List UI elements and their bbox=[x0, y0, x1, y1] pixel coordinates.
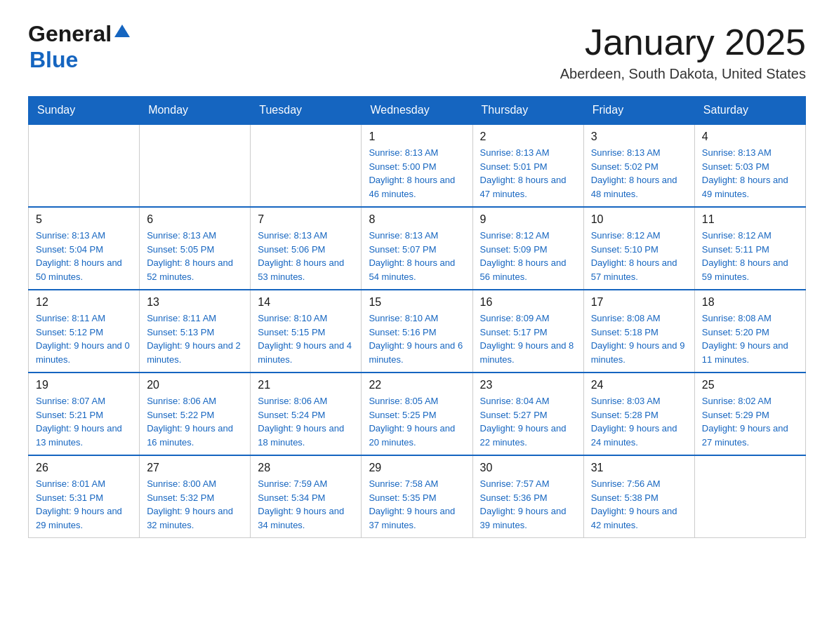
day-info: Sunrise: 8:00 AMSunset: 5:32 PMDaylight:… bbox=[147, 477, 243, 532]
day-info: Sunrise: 8:06 AMSunset: 5:24 PMDaylight:… bbox=[258, 394, 354, 449]
day-number: 20 bbox=[147, 379, 243, 391]
day-info: Sunrise: 8:13 AMSunset: 5:04 PMDaylight:… bbox=[36, 229, 132, 283]
day-of-week-header: Tuesday bbox=[251, 97, 362, 125]
calendar-cell bbox=[29, 124, 140, 207]
week-row: 1Sunrise: 8:13 AMSunset: 5:00 PMDaylight… bbox=[29, 124, 806, 207]
day-number: 2 bbox=[480, 130, 576, 143]
calendar-cell: 24Sunrise: 8:03 AMSunset: 5:28 PMDayligh… bbox=[583, 373, 694, 455]
day-info: Sunrise: 8:12 AMSunset: 5:11 PMDaylight:… bbox=[702, 229, 798, 283]
page-header: General Blue January 2025 Aberdeen, Sout… bbox=[28, 21, 806, 82]
day-info: Sunrise: 7:59 AMSunset: 5:34 PMDaylight:… bbox=[258, 477, 354, 532]
calendar-cell: 22Sunrise: 8:05 AMSunset: 5:25 PMDayligh… bbox=[362, 373, 472, 455]
day-info: Sunrise: 8:06 AMSunset: 5:22 PMDaylight:… bbox=[147, 394, 243, 449]
calendar-cell: 11Sunrise: 8:12 AMSunset: 5:11 PMDayligh… bbox=[694, 207, 805, 290]
day-info: Sunrise: 7:58 AMSunset: 5:35 PMDaylight:… bbox=[369, 477, 465, 532]
day-number: 18 bbox=[702, 296, 798, 309]
day-info: Sunrise: 8:08 AMSunset: 5:20 PMDaylight:… bbox=[702, 311, 798, 366]
day-number: 4 bbox=[702, 130, 798, 143]
calendar-cell bbox=[140, 124, 251, 207]
day-info: Sunrise: 8:05 AMSunset: 5:25 PMDaylight:… bbox=[369, 394, 465, 449]
calendar-cell: 27Sunrise: 8:00 AMSunset: 5:32 PMDayligh… bbox=[140, 455, 251, 538]
calendar-cell: 21Sunrise: 8:06 AMSunset: 5:24 PMDayligh… bbox=[251, 373, 362, 455]
day-number: 9 bbox=[480, 213, 576, 226]
day-number: 26 bbox=[36, 462, 132, 474]
day-number: 1 bbox=[369, 130, 465, 143]
day-number: 16 bbox=[480, 296, 576, 309]
calendar-cell: 5Sunrise: 8:13 AMSunset: 5:04 PMDaylight… bbox=[29, 207, 140, 290]
day-number: 31 bbox=[591, 462, 687, 474]
day-info: Sunrise: 8:13 AMSunset: 5:05 PMDaylight:… bbox=[147, 229, 243, 283]
day-info: Sunrise: 8:11 AMSunset: 5:13 PMDaylight:… bbox=[147, 311, 243, 366]
day-info: Sunrise: 8:11 AMSunset: 5:12 PMDaylight:… bbox=[36, 311, 132, 366]
day-number: 27 bbox=[147, 462, 243, 474]
day-of-week-header: Wednesday bbox=[362, 97, 472, 125]
calendar-cell: 9Sunrise: 8:12 AMSunset: 5:09 PMDaylight… bbox=[472, 207, 583, 290]
day-info: Sunrise: 8:12 AMSunset: 5:10 PMDaylight:… bbox=[591, 229, 687, 283]
day-info: Sunrise: 8:07 AMSunset: 5:21 PMDaylight:… bbox=[36, 394, 132, 449]
calendar-cell: 15Sunrise: 8:10 AMSunset: 5:16 PMDayligh… bbox=[362, 290, 472, 373]
calendar-cell: 18Sunrise: 8:08 AMSunset: 5:20 PMDayligh… bbox=[694, 290, 805, 373]
day-number: 13 bbox=[147, 296, 243, 309]
day-number: 10 bbox=[591, 213, 687, 226]
day-number: 22 bbox=[369, 379, 465, 391]
calendar-table: SundayMondayTuesdayWednesdayThursdayFrid… bbox=[28, 96, 806, 538]
day-number: 21 bbox=[258, 379, 354, 391]
calendar-cell: 25Sunrise: 8:02 AMSunset: 5:29 PMDayligh… bbox=[694, 373, 805, 455]
day-number: 28 bbox=[258, 462, 354, 474]
day-info: Sunrise: 8:10 AMSunset: 5:15 PMDaylight:… bbox=[258, 311, 354, 366]
day-number: 14 bbox=[258, 296, 354, 309]
day-number: 25 bbox=[702, 379, 798, 391]
day-number: 12 bbox=[36, 296, 132, 309]
logo-general-text: General bbox=[28, 21, 112, 47]
day-number: 29 bbox=[369, 462, 465, 474]
day-number: 5 bbox=[36, 213, 132, 226]
calendar-cell bbox=[251, 124, 362, 207]
calendar-cell: 26Sunrise: 8:01 AMSunset: 5:31 PMDayligh… bbox=[29, 455, 140, 538]
week-row: 5Sunrise: 8:13 AMSunset: 5:04 PMDaylight… bbox=[29, 207, 806, 290]
day-number: 8 bbox=[369, 213, 465, 226]
day-info: Sunrise: 8:03 AMSunset: 5:28 PMDaylight:… bbox=[591, 394, 687, 449]
day-info: Sunrise: 8:02 AMSunset: 5:29 PMDaylight:… bbox=[702, 394, 798, 449]
day-number: 17 bbox=[591, 296, 687, 309]
calendar-cell bbox=[694, 455, 805, 538]
day-of-week-header: Friday bbox=[583, 97, 694, 125]
calendar-cell: 29Sunrise: 7:58 AMSunset: 5:35 PMDayligh… bbox=[362, 455, 472, 538]
calendar-cell: 17Sunrise: 8:08 AMSunset: 5:18 PMDayligh… bbox=[583, 290, 694, 373]
day-info: Sunrise: 7:56 AMSunset: 5:38 PMDaylight:… bbox=[591, 477, 687, 532]
calendar-cell: 4Sunrise: 8:13 AMSunset: 5:03 PMDaylight… bbox=[694, 124, 805, 207]
day-info: Sunrise: 8:12 AMSunset: 5:09 PMDaylight:… bbox=[480, 229, 576, 283]
logo-blue-text: Blue bbox=[29, 47, 78, 72]
calendar-header-row: SundayMondayTuesdayWednesdayThursdayFrid… bbox=[29, 97, 806, 125]
calendar-cell: 14Sunrise: 8:10 AMSunset: 5:15 PMDayligh… bbox=[251, 290, 362, 373]
day-number: 11 bbox=[702, 213, 798, 226]
calendar-title: January 2025 bbox=[560, 21, 806, 63]
day-of-week-header: Monday bbox=[140, 97, 251, 125]
calendar-cell: 19Sunrise: 8:07 AMSunset: 5:21 PMDayligh… bbox=[29, 373, 140, 455]
day-info: Sunrise: 8:13 AMSunset: 5:07 PMDaylight:… bbox=[369, 229, 465, 283]
calendar-cell: 1Sunrise: 8:13 AMSunset: 5:00 PMDaylight… bbox=[362, 124, 472, 207]
day-number: 24 bbox=[591, 379, 687, 391]
calendar-cell: 12Sunrise: 8:11 AMSunset: 5:12 PMDayligh… bbox=[29, 290, 140, 373]
day-number: 7 bbox=[258, 213, 354, 226]
week-row: 19Sunrise: 8:07 AMSunset: 5:21 PMDayligh… bbox=[29, 373, 806, 455]
day-number: 23 bbox=[480, 379, 576, 391]
calendar-cell: 2Sunrise: 8:13 AMSunset: 5:01 PMDaylight… bbox=[472, 124, 583, 207]
day-of-week-header: Saturday bbox=[694, 97, 805, 125]
day-info: Sunrise: 8:13 AMSunset: 5:03 PMDaylight:… bbox=[702, 146, 798, 201]
calendar-cell: 16Sunrise: 8:09 AMSunset: 5:17 PMDayligh… bbox=[472, 290, 583, 373]
day-info: Sunrise: 8:10 AMSunset: 5:16 PMDaylight:… bbox=[369, 311, 465, 366]
day-number: 6 bbox=[147, 213, 243, 226]
calendar-cell: 10Sunrise: 8:12 AMSunset: 5:10 PMDayligh… bbox=[583, 207, 694, 290]
day-info: Sunrise: 8:13 AMSunset: 5:06 PMDaylight:… bbox=[258, 229, 354, 283]
day-info: Sunrise: 8:13 AMSunset: 5:01 PMDaylight:… bbox=[480, 146, 576, 201]
day-info: Sunrise: 7:57 AMSunset: 5:36 PMDaylight:… bbox=[480, 477, 576, 532]
day-number: 19 bbox=[36, 379, 132, 391]
calendar-cell: 6Sunrise: 8:13 AMSunset: 5:05 PMDaylight… bbox=[140, 207, 251, 290]
calendar-cell: 7Sunrise: 8:13 AMSunset: 5:06 PMDaylight… bbox=[251, 207, 362, 290]
logo-triangle-icon bbox=[114, 25, 130, 37]
calendar-cell: 31Sunrise: 7:56 AMSunset: 5:38 PMDayligh… bbox=[583, 455, 694, 538]
day-info: Sunrise: 8:13 AMSunset: 5:00 PMDaylight:… bbox=[369, 146, 465, 201]
day-of-week-header: Sunday bbox=[29, 97, 140, 125]
calendar-cell: 28Sunrise: 7:59 AMSunset: 5:34 PMDayligh… bbox=[251, 455, 362, 538]
day-of-week-header: Thursday bbox=[472, 97, 583, 125]
